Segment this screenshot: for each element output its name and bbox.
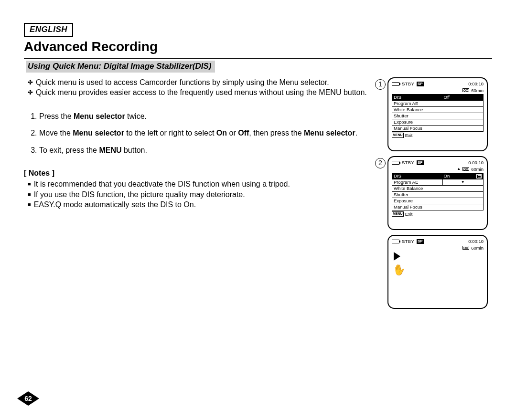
t: button. [122, 146, 147, 154]
tape-icon [462, 246, 469, 250]
menu-label: White Balance [392, 107, 483, 113]
down-arrow-icon: ▼ [461, 180, 465, 185]
rec-mode-sp-icon: SP [417, 239, 424, 244]
menu-row-wb[interactable]: White Balance [392, 107, 483, 113]
menu-row-exposure[interactable]: Exposure [392, 119, 483, 126]
dis-on-icon [476, 174, 482, 178]
play-indicator-icon [394, 252, 400, 261]
menu-row-shutter[interactable]: Shutter [392, 192, 483, 198]
notes-item: If you use the DIS function, the picture… [37, 189, 370, 200]
timecode: 0:00:10 [468, 160, 484, 166]
t: MENU [99, 146, 121, 154]
notes-list: It is recommended that you deactivate th… [24, 179, 370, 210]
menu-label: Program AE [392, 101, 483, 106]
camcorder-screen-3: STBY SP 0:00:10 60min ✋ [387, 235, 488, 309]
menu-row-exposure[interactable]: Exposure [392, 198, 483, 204]
t: Menu selector [304, 129, 355, 137]
exit-label: Exit [405, 133, 413, 138]
t: or [227, 129, 238, 137]
t: Move the [39, 129, 73, 137]
status-stby: STBY [402, 239, 414, 244]
title-divider [24, 58, 492, 59]
t: Menu selector [74, 112, 125, 120]
timecode: 0:00:10 [468, 239, 484, 244]
camcorder-screen-1: STBY SP 0:00:10 60min DIS Off Program AE… [387, 77, 488, 151]
quick-menu-list: DIS Off Program AE White Balance Shutter… [392, 94, 484, 131]
subsection-heading: Using Quick Menu: Digital Image Stabiliz… [26, 61, 215, 73]
body-text-column: Quick menu is used to access Camcorder f… [24, 77, 375, 314]
t: to the left or right to select [124, 129, 216, 137]
menu-button-icon: MENU [392, 133, 404, 138]
rec-mode-sp-icon: SP [417, 82, 424, 86]
menu-label: Shutter [392, 192, 483, 198]
menu-label: Exposure [392, 198, 483, 204]
step-item: Press the Menu selector twice. [39, 111, 370, 122]
menu-row-programae[interactable]: Program AE [392, 101, 483, 107]
notes-heading: [ Notes ] [24, 168, 370, 178]
menu-label: Exposure [392, 119, 483, 125]
tape-remaining: 60min [471, 88, 484, 94]
tape-remaining: 60min [471, 245, 484, 251]
t: , then press the [249, 129, 304, 137]
quick-menu-list: DIS On Program AE▼ White Balance Shutter… [392, 173, 484, 210]
t: To exit, press the [39, 146, 99, 154]
menu-label: White Balance [392, 186, 483, 191]
t: . [355, 129, 357, 137]
t: On [216, 129, 227, 137]
menu-value: Off [444, 94, 450, 100]
step-item: To exit, press the MENU button. [39, 145, 370, 156]
step-item: Move the Menu selector to the left or ri… [39, 128, 370, 138]
menu-row-mf[interactable]: Manual Focus [392, 204, 483, 210]
t: twice. [125, 112, 147, 120]
steps-list: Press the Menu selector twice. Move the … [24, 111, 370, 156]
battery-icon [392, 240, 399, 243]
intro-item: Quick menu provides easier access to the… [37, 87, 370, 98]
status-stby: STBY [402, 160, 414, 166]
exit-label: Exit [405, 211, 413, 217]
menu-row-shutter[interactable]: Shutter [392, 113, 483, 119]
battery-icon [392, 161, 399, 165]
menu-label: Manual Focus [392, 126, 483, 131]
screens-column: 1 STBY SP 0:00:10 60min DIS Off [375, 77, 492, 314]
rec-mode-sp-icon: SP [417, 160, 424, 165]
intro-item: Quick menu is used to access Camcorder f… [37, 77, 370, 88]
status-stby: STBY [402, 81, 414, 87]
menu-value: On [444, 173, 450, 179]
page-number: 62 [17, 391, 39, 406]
menu-label: DIS [392, 173, 442, 179]
notes-item: EASY.Q mode automatically sets the DIS t… [37, 200, 370, 210]
camcorder-screen-2: STBY SP 0:00:10 ▲ 60min DIS On [387, 156, 488, 230]
menu-row-programae[interactable]: Program AE▼ [392, 179, 483, 186]
menu-label: DIS [392, 94, 442, 100]
page-number-badge: 62 [17, 391, 39, 406]
menu-row-dis[interactable]: DIS On [392, 173, 483, 179]
menu-button-icon: MENU [392, 211, 404, 217]
menu-row-wb[interactable]: White Balance [392, 186, 483, 192]
battery-icon [392, 82, 399, 86]
page-title: Advanced Recording [24, 38, 492, 56]
t: Menu selector [73, 129, 124, 137]
language-box: ENGLISH [24, 23, 73, 37]
menu-label: Manual Focus [392, 204, 483, 210]
menu-row-mf[interactable]: Manual Focus [392, 126, 483, 131]
menu-label: Shutter [392, 113, 483, 119]
t: Press the [39, 112, 74, 120]
t: Off [238, 129, 249, 137]
timecode: 0:00:10 [468, 81, 484, 87]
tape-icon [462, 167, 469, 171]
menu-row-dis[interactable]: DIS Off [392, 94, 483, 101]
screen-number-1: 1 [375, 79, 386, 90]
tape-remaining: 60min [471, 167, 484, 172]
dis-hand-icon: ✋ [392, 262, 407, 278]
up-arrow-icon: ▲ [457, 167, 461, 171]
intro-list: Quick menu is used to access Camcorder f… [24, 77, 370, 98]
menu-label: Program AE [392, 179, 442, 185]
notes-item: It is recommended that you deactivate th… [37, 179, 370, 189]
tape-icon [462, 88, 469, 92]
screen-number-2: 2 [375, 158, 386, 168]
